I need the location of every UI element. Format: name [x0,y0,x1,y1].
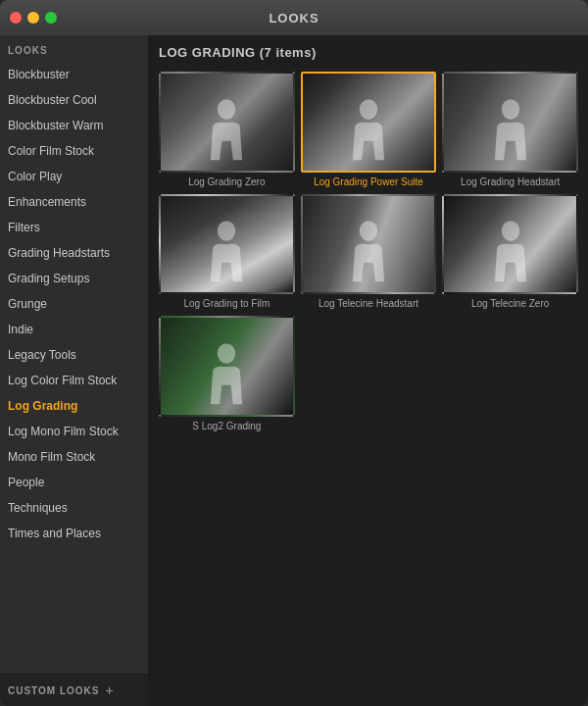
thumbnail-log-grading-headstart [442,72,578,173]
sidebar-item-log-mono-film-stock[interactable]: Log Mono Film Stock [0,419,148,444]
thumbnail-s-log2-grading [159,316,295,417]
sidebar-item-techniques[interactable]: Techniques [0,495,148,521]
sidebar-item-color-play[interactable]: Color Play [0,164,148,189]
add-custom-look-icon: + [105,682,113,698]
sidebar: LOOKS Blockbuster Blockbuster Cool Block… [0,35,149,706]
svg-point-3 [218,221,235,241]
app-title: LOOKS [269,11,318,25]
close-button[interactable] [10,12,22,24]
item-label-log-telecine-zero: Log Telecine Zero [442,297,578,310]
list-item-log-grading-zero[interactable]: Log Grading Zero [159,72,295,188]
thumbnail-log-grading-zero [159,72,295,173]
sidebar-item-indie[interactable]: Indie [0,317,148,342]
sidebar-item-times-and-places[interactable]: Times and Places [0,521,148,546]
item-label-log-grading-power-suite: Log Grading Power Suite [301,176,437,188]
content-area: LOG GRADING (7 items) Log Grading Zero [149,35,588,706]
svg-point-4 [360,221,377,241]
main-layout: LOOKS Blockbuster Blockbuster Cool Block… [0,35,588,706]
item-label-log-telecine-headstart: Log Telecine Headstart [301,297,437,310]
list-item-log-grading-headstart[interactable]: Log Grading Headstart [442,72,578,188]
list-item-log-telecine-zero[interactable]: Log Telecine Zero [442,194,578,311]
looks-grid: Log Grading Zero Log Grading Power Suite [159,72,578,432]
list-item-log-grading-power-suite[interactable]: Log Grading Power Suite [301,72,437,188]
sidebar-item-log-color-film-stock[interactable]: Log Color Film Stock [0,368,148,393]
sidebar-item-grading-setups[interactable]: Grading Setups [0,266,148,291]
item-label-log-grading-headstart: Log Grading Headstart [442,176,578,188]
maximize-button[interactable] [45,12,57,24]
item-label-log-grading-zero: Log Grading Zero [159,176,295,188]
sidebar-item-color-film-stock[interactable]: Color Film Stock [0,138,148,164]
svg-point-6 [218,343,235,364]
svg-point-1 [360,99,377,120]
sidebar-item-blockbuster-cool[interactable]: Blockbuster Cool [0,87,148,113]
custom-looks-button[interactable]: CUSTOM LOOKS + [0,674,148,706]
sidebar-item-enhancements[interactable]: Enhancements [0,189,148,215]
sidebar-item-people[interactable]: People [0,470,148,495]
thumbnail-log-telecine-zero [442,194,578,295]
sidebar-item-filters[interactable]: Filters [0,215,148,240]
sidebar-item-grunge[interactable]: Grunge [0,291,148,317]
sidebar-item-log-grading[interactable]: Log Grading [0,393,148,419]
window-controls [10,12,57,24]
thumbnail-log-telecine-headstart [301,194,437,295]
item-label-log-grading-to-film: Log Grading to Film [159,297,295,310]
sidebar-item-mono-film-stock[interactable]: Mono Film Stock [0,444,148,470]
sidebar-item-grading-headstarts[interactable]: Grading Headstarts [0,240,148,266]
sidebar-item-blockbuster-warm[interactable]: Blockbuster Warm [0,113,148,138]
titlebar: LOOKS [0,0,588,35]
thumbnail-log-grading-power-suite [301,72,437,173]
list-item-log-grading-to-film[interactable]: Log Grading to Film [159,194,295,311]
minimize-button[interactable] [27,12,39,24]
custom-looks-label: CUSTOM LOOKS [8,685,99,696]
content-title: LOG GRADING (7 items) [159,45,578,60]
thumbnail-log-grading-to-film [159,194,295,295]
svg-point-5 [501,221,518,241]
sidebar-section-label: LOOKS [0,35,148,62]
sidebar-item-legacy-tools[interactable]: Legacy Tools [0,342,148,368]
list-item-s-log2-grading[interactable]: S Log2 Grading [159,316,295,432]
sidebar-item-blockbuster[interactable]: Blockbuster [0,62,148,87]
svg-point-0 [218,99,235,120]
item-label-s-log2-grading: S Log2 Grading [159,420,295,432]
list-item-log-telecine-headstart[interactable]: Log Telecine Headstart [301,194,437,311]
svg-point-2 [501,99,518,120]
